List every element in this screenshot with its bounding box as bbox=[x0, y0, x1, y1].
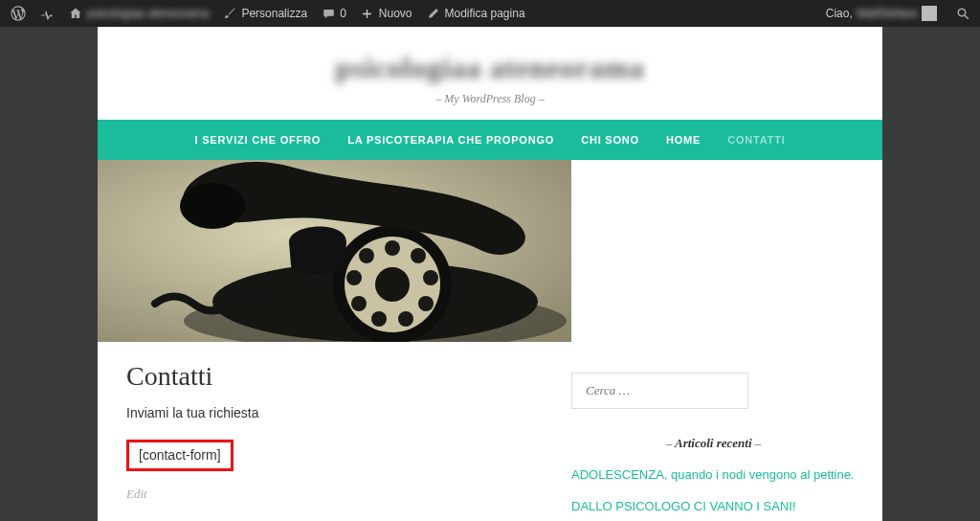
entry: Contatti Inviami la tua richiesta [conta… bbox=[98, 338, 571, 511]
brush-icon bbox=[222, 6, 237, 21]
plus-icon bbox=[360, 6, 375, 21]
site-header: psicologiaa ateneorama – My WordPress Bl… bbox=[98, 27, 882, 120]
phone-icon bbox=[98, 160, 571, 342]
svg-point-7 bbox=[385, 240, 400, 256]
svg-point-16 bbox=[180, 183, 245, 229]
page-title: Contatti bbox=[126, 361, 543, 392]
nav-item-psicoterapia[interactable]: LA PSICOTERAPIA CHE PROPONGO bbox=[347, 134, 554, 146]
search-toggle[interactable] bbox=[951, 0, 974, 27]
comments-link[interactable]: 0 bbox=[314, 0, 353, 27]
new-label: Nuovo bbox=[379, 7, 412, 20]
greeting-text: Ciao, bbox=[826, 7, 853, 20]
gauge-icon bbox=[39, 6, 55, 21]
wordpress-icon bbox=[11, 6, 26, 21]
customize-link[interactable]: Personalizza bbox=[215, 0, 314, 27]
contact-form-shortcode: [contact-form] bbox=[126, 440, 234, 471]
edit-page-link[interactable]: Modifica pagina bbox=[419, 0, 532, 27]
recent-post-link[interactable]: DALLO PSICOLOGO CI VANNO I SANI! bbox=[571, 498, 856, 516]
entry-intro: Inviami la tua richiesta bbox=[126, 405, 543, 420]
search-input[interactable] bbox=[571, 373, 748, 409]
svg-point-14 bbox=[346, 270, 362, 285]
site-name-text: psicologiaa ateneorama bbox=[87, 7, 209, 20]
svg-point-15 bbox=[359, 248, 374, 263]
site: psicologiaa ateneorama – My WordPress Bl… bbox=[98, 27, 882, 521]
svg-point-10 bbox=[418, 296, 434, 311]
pencil-icon bbox=[426, 6, 441, 21]
home-icon bbox=[68, 6, 83, 21]
nav-item-servizi[interactable]: I SERVIZI CHE OFFRO bbox=[194, 134, 321, 146]
featured-image bbox=[98, 160, 571, 342]
wp-admin-bar: psicologiaa ateneorama Personalizza 0 Nu… bbox=[0, 0, 980, 27]
nav-item-chi-sono[interactable]: CHI SONO bbox=[581, 134, 639, 146]
svg-point-0 bbox=[958, 9, 966, 16]
svg-point-11 bbox=[398, 311, 413, 327]
main-column: Contatti Inviami la tua richiesta [conta… bbox=[98, 160, 571, 511]
edit-page-label: Modifica pagina bbox=[445, 7, 525, 20]
account-link[interactable]: Ciao, WallStefano bbox=[819, 0, 944, 27]
nav-item-contatti[interactable]: CONTATTI bbox=[727, 134, 785, 146]
nav-item-home[interactable]: HOME bbox=[666, 134, 701, 146]
site-tagline: – My WordPress Blog – bbox=[98, 92, 882, 106]
comments-count: 0 bbox=[340, 7, 346, 20]
svg-point-8 bbox=[411, 248, 426, 263]
sidebar: – Articoli recenti – ADOLESCENZA, quando… bbox=[571, 160, 882, 521]
svg-point-12 bbox=[371, 311, 387, 327]
recent-posts-title-text: Articoli recenti bbox=[675, 436, 752, 450]
site-name-link[interactable]: psicologiaa ateneorama bbox=[61, 0, 215, 27]
edit-link[interactable]: Edit bbox=[126, 487, 147, 501]
username-text: WallStefano bbox=[857, 7, 918, 20]
site-title[interactable]: psicologiaa ateneorama bbox=[98, 52, 882, 84]
avatar bbox=[922, 6, 937, 21]
tagline-text: My WordPress Blog bbox=[444, 92, 535, 105]
search-icon bbox=[955, 6, 970, 21]
page-shell: psicologiaa ateneorama – My WordPress Bl… bbox=[0, 27, 980, 521]
new-content-link[interactable]: Nuovo bbox=[353, 0, 419, 27]
wp-logo[interactable] bbox=[4, 0, 33, 27]
svg-point-6 bbox=[375, 267, 410, 302]
primary-nav: I SERVIZI CHE OFFRO LA PSICOTERAPIA CHE … bbox=[98, 120, 882, 160]
recent-posts-title: – Articoli recenti – bbox=[571, 436, 856, 451]
svg-point-9 bbox=[423, 270, 438, 285]
svg-point-13 bbox=[351, 296, 367, 311]
recent-post-link[interactable]: ADOLESCENZA, quando i nodi vengono al pe… bbox=[571, 466, 856, 485]
dashboard-link[interactable] bbox=[33, 0, 61, 27]
customize-label: Personalizza bbox=[241, 7, 307, 20]
comment-icon bbox=[321, 6, 336, 21]
